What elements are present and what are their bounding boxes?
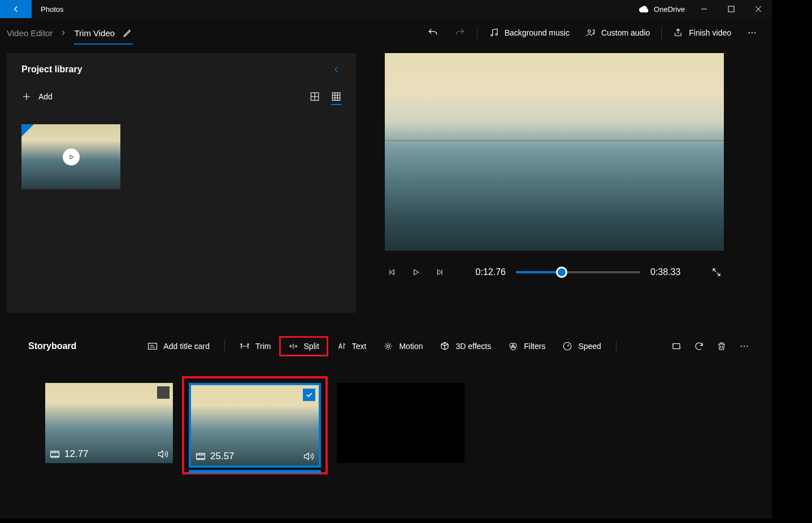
clip-duration: 12.77 (64, 448, 89, 460)
prev-frame-button[interactable] (385, 265, 399, 279)
pencil-icon[interactable] (123, 28, 133, 38)
project-library-panel: Project library Add (7, 53, 356, 313)
title-card-icon (147, 342, 158, 350)
view-small-button[interactable] (331, 91, 341, 105)
volume-icon[interactable] (157, 449, 168, 459)
volume-icon[interactable] (303, 451, 314, 461)
check-icon (305, 391, 313, 399)
rotate-button[interactable] (694, 341, 704, 351)
breadcrumb-active-label: Trim Video (74, 28, 115, 38)
3d-effects-icon (440, 341, 450, 351)
trim-label: Trim (255, 342, 271, 351)
svg-point-17 (741, 346, 742, 347)
speed-button[interactable]: Speed (554, 337, 609, 356)
playback-controls: 0:12.76 0:38.33 (370, 265, 739, 279)
filters-label: Filters (524, 342, 545, 351)
finish-video-button[interactable]: Finish video (665, 18, 739, 47)
add-label: Add (38, 92, 53, 101)
close-button[interactable] (745, 0, 772, 18)
svg-rect-9 (332, 93, 340, 101)
undo-button[interactable] (419, 18, 446, 47)
onedrive-status[interactable]: OneDrive (639, 5, 685, 14)
play-button[interactable] (409, 265, 423, 279)
collapse-chevron-icon[interactable] (331, 64, 341, 75)
more-icon (739, 341, 749, 351)
breadcrumb-root[interactable]: Video Editor (7, 28, 53, 38)
storyboard-more-button[interactable] (739, 341, 749, 351)
filters-button[interactable]: Filters (500, 337, 553, 356)
svg-point-19 (746, 346, 748, 347)
storyboard-clip[interactable]: 12.77 (45, 383, 173, 463)
undo-icon (427, 27, 438, 38)
maximize-button[interactable] (718, 0, 745, 18)
delete-button[interactable] (717, 341, 727, 351)
storyboard-panel: Storyboard Add title card Trim Split Tex… (0, 326, 772, 518)
svg-rect-16 (673, 344, 680, 349)
more-icon (747, 28, 757, 38)
seek-slider[interactable] (516, 271, 640, 273)
titlebar: Photos OneDrive (0, 0, 772, 18)
svg-point-14 (511, 346, 516, 350)
view-large-button[interactable] (310, 91, 320, 102)
svg-point-13 (513, 343, 517, 348)
background-music-button[interactable]: Background music (481, 18, 577, 47)
storyboard-title: Storyboard (28, 341, 76, 351)
minimize-button[interactable] (691, 0, 718, 18)
more-button[interactable] (739, 18, 765, 47)
plus-icon (21, 91, 32, 102)
speed-label: Speed (578, 342, 601, 351)
svg-point-6 (752, 32, 753, 33)
svg-rect-0 (728, 6, 734, 12)
3d-effects-label: 3D effects (455, 342, 491, 351)
add-button[interactable]: Add (21, 91, 53, 102)
clip-checkbox[interactable] (157, 386, 170, 399)
trash-icon (717, 341, 727, 351)
cloud-icon (639, 6, 649, 12)
text-button[interactable]: Text (328, 337, 375, 355)
preview-panel: 0:12.76 0:38.33 (370, 53, 772, 326)
current-time: 0:12.76 (476, 267, 506, 277)
project-library-title: Project library (21, 64, 331, 75)
seek-thumb[interactable] (556, 267, 567, 278)
svg-point-11 (387, 345, 390, 348)
storyboard-clip[interactable]: 25.57 (189, 383, 321, 468)
custom-audio-button[interactable]: Custom audio (577, 18, 658, 47)
storyboard-empty-slot[interactable] (337, 383, 464, 463)
svg-point-4 (593, 33, 594, 34)
filmstrip-icon (50, 450, 60, 458)
svg-point-1 (490, 34, 492, 36)
breadcrumb-active[interactable]: Trim Video (74, 28, 133, 45)
speed-icon (562, 341, 572, 351)
video-preview[interactable] (385, 53, 724, 251)
crop-icon (671, 341, 681, 351)
add-title-card-label: Add title card (163, 342, 210, 351)
svg-point-7 (754, 32, 755, 33)
text-label: Text (352, 342, 367, 351)
export-icon (673, 28, 683, 38)
fullscreen-button[interactable] (710, 265, 723, 279)
clip-duration: 25.57 (210, 451, 235, 462)
redo-button (446, 18, 474, 47)
split-label: Split (304, 342, 319, 351)
library-clip[interactable] (21, 124, 120, 189)
grid-large-icon (310, 91, 320, 102)
finish-video-label: Finish video (689, 28, 731, 37)
next-frame-button[interactable] (433, 265, 446, 279)
play-overlay-icon (63, 149, 80, 165)
total-time: 0:38.33 (650, 267, 680, 277)
resize-button[interactable] (671, 341, 681, 351)
split-icon (288, 342, 298, 351)
svg-point-2 (496, 34, 497, 36)
music-icon (489, 28, 499, 38)
3d-effects-button[interactable]: 3D effects (432, 337, 499, 356)
motion-button[interactable]: Motion (375, 337, 431, 356)
clip-checkbox[interactable] (303, 389, 315, 401)
grid-small-icon (331, 91, 341, 102)
trim-button[interactable]: Trim (232, 337, 279, 355)
svg-point-5 (749, 32, 750, 33)
add-title-card-button[interactable]: Add title card (140, 337, 218, 355)
split-button[interactable]: Split (280, 337, 327, 355)
rotate-icon (694, 341, 704, 351)
custom-audio-label: Custom audio (601, 28, 650, 37)
back-button[interactable] (0, 0, 32, 18)
